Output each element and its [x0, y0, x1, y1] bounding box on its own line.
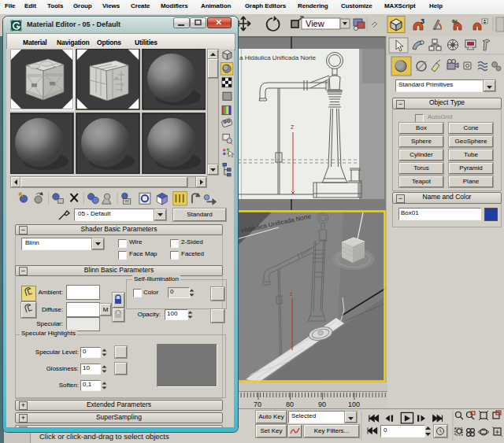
svg-text:80: 80: [286, 401, 294, 408]
svg-text:3: 3: [421, 17, 424, 25]
svg-text:z: z: [290, 290, 293, 297]
svg-text:100: 100: [348, 401, 360, 408]
svg-text:70: 70: [254, 401, 261, 408]
svg-text:View: View: [306, 19, 324, 28]
svg-text:a Hidáulica Unificada Norte: a Hidáulica Unificada Norte: [239, 54, 316, 61]
svg-text:z: z: [291, 123, 295, 131]
svg-text:90: 90: [318, 401, 326, 408]
